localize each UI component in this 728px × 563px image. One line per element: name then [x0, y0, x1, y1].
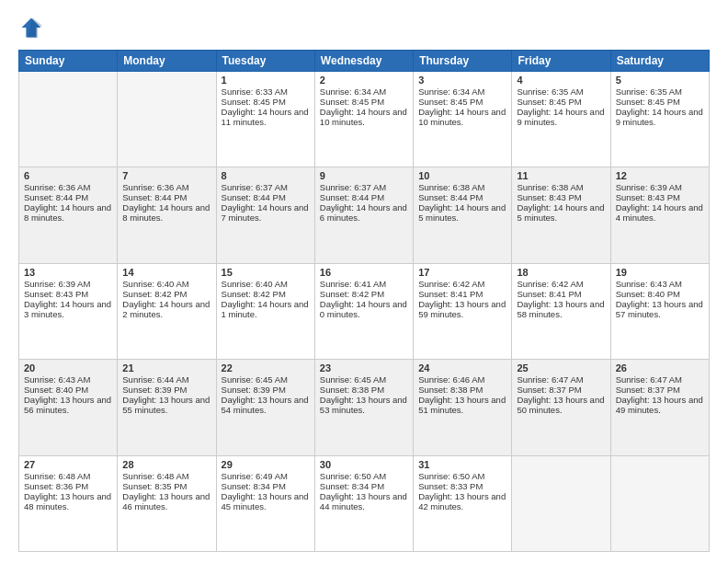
weekday-header-monday: Monday — [118, 51, 216, 72]
day-number: 19 — [616, 267, 704, 278]
day-number: 8 — [222, 170, 310, 181]
sunset-text: Sunset: 8:36 PM — [24, 481, 88, 491]
sunrise-text: Sunrise: 6:45 AM — [222, 374, 288, 385]
table-row: 21Sunrise: 6:44 AMSunset: 8:39 PMDayligh… — [118, 360, 216, 455]
sunrise-text: Sunrise: 6:44 AM — [122, 374, 188, 385]
weekday-header-sunday: Sunday — [19, 51, 118, 72]
sunset-text: Sunset: 8:44 PM — [418, 192, 483, 202]
sunrise-text: Sunrise: 6:48 AM — [122, 471, 188, 481]
table-row: 5Sunrise: 6:35 AMSunset: 8:45 PMDaylight… — [610, 72, 709, 167]
sunrise-text: Sunrise: 6:49 AM — [222, 471, 288, 481]
day-number: 30 — [320, 459, 408, 470]
weekday-header-thursday: Thursday — [414, 51, 512, 72]
day-number: 2 — [320, 75, 408, 86]
table-row: 23Sunrise: 6:45 AMSunset: 8:38 PMDayligh… — [314, 360, 413, 455]
table-row: 1Sunrise: 6:33 AMSunset: 8:45 PMDaylight… — [216, 72, 314, 167]
table-row: 28Sunrise: 6:48 AMSunset: 8:35 PMDayligh… — [118, 455, 216, 551]
day-number: 16 — [320, 267, 408, 278]
table-row — [512, 455, 610, 551]
day-number: 11 — [517, 170, 605, 181]
day-number: 15 — [222, 267, 310, 278]
sunrise-text: Sunrise: 6:48 AM — [24, 471, 90, 481]
day-number: 13 — [24, 267, 112, 278]
table-row — [610, 455, 709, 551]
sunset-text: Sunset: 8:44 PM — [122, 192, 187, 202]
table-row: 29Sunrise: 6:49 AMSunset: 8:34 PMDayligh… — [216, 455, 314, 551]
daylight-text: Daylight: 13 hours and 49 minutes. — [616, 395, 703, 415]
table-row: 14Sunrise: 6:40 AMSunset: 8:42 PMDayligh… — [118, 263, 216, 359]
sunrise-text: Sunrise: 6:45 AM — [320, 374, 386, 385]
sunrise-text: Sunrise: 6:46 AM — [418, 374, 484, 385]
sunset-text: Sunset: 8:43 PM — [24, 289, 88, 299]
sunset-text: Sunset: 8:41 PM — [418, 289, 483, 299]
day-number: 1 — [222, 75, 310, 86]
daylight-text: Daylight: 13 hours and 54 minutes. — [222, 395, 309, 415]
day-number: 10 — [418, 170, 506, 181]
calendar-table: SundayMondayTuesdayWednesdayThursdayFrid… — [18, 50, 710, 552]
table-row: 24Sunrise: 6:46 AMSunset: 8:38 PMDayligh… — [414, 360, 512, 455]
daylight-text: Daylight: 13 hours and 59 minutes. — [418, 299, 506, 319]
day-number: 31 — [418, 459, 506, 470]
sunrise-text: Sunrise: 6:42 AM — [418, 279, 484, 289]
table-row: 9Sunrise: 6:37 AMSunset: 8:44 PMDaylight… — [314, 167, 413, 263]
sunrise-text: Sunrise: 6:47 AM — [517, 374, 583, 385]
sunrise-text: Sunrise: 6:38 AM — [517, 182, 583, 192]
daylight-text: Daylight: 14 hours and 10 minutes. — [418, 107, 506, 127]
sunrise-text: Sunrise: 6:42 AM — [517, 279, 583, 289]
day-number: 12 — [616, 170, 704, 181]
sunrise-text: Sunrise: 6:35 AM — [517, 86, 583, 97]
daylight-text: Daylight: 13 hours and 42 minutes. — [418, 491, 506, 511]
table-row: 2Sunrise: 6:34 AMSunset: 8:45 PMDaylight… — [314, 72, 413, 167]
sunrise-text: Sunrise: 6:33 AM — [222, 86, 288, 97]
daylight-text: Daylight: 14 hours and 2 minutes. — [122, 299, 210, 319]
weekday-header-tuesday: Tuesday — [216, 51, 314, 72]
sunrise-text: Sunrise: 6:34 AM — [418, 86, 484, 97]
sunset-text: Sunset: 8:41 PM — [517, 289, 581, 299]
sunset-text: Sunset: 8:33 PM — [418, 481, 483, 491]
daylight-text: Daylight: 13 hours and 58 minutes. — [517, 299, 604, 319]
sunrise-text: Sunrise: 6:36 AM — [122, 182, 188, 192]
daylight-text: Daylight: 14 hours and 6 minutes. — [320, 202, 407, 223]
sunset-text: Sunset: 8:37 PM — [616, 385, 680, 395]
table-row: 7Sunrise: 6:36 AMSunset: 8:44 PMDaylight… — [118, 167, 216, 263]
daylight-text: Daylight: 13 hours and 45 minutes. — [222, 491, 309, 511]
weekday-header-friday: Friday — [512, 51, 610, 72]
day-number: 20 — [24, 362, 112, 373]
table-row: 26Sunrise: 6:47 AMSunset: 8:37 PMDayligh… — [610, 360, 709, 455]
sunset-text: Sunset: 8:37 PM — [517, 385, 581, 395]
sunset-text: Sunset: 8:44 PM — [222, 192, 286, 202]
sunrise-text: Sunrise: 6:50 AM — [320, 471, 386, 481]
sunset-text: Sunset: 8:45 PM — [222, 97, 286, 107]
daylight-text: Daylight: 14 hours and 9 minutes. — [616, 107, 703, 127]
day-number: 5 — [616, 75, 704, 86]
table-row: 6Sunrise: 6:36 AMSunset: 8:44 PMDaylight… — [19, 167, 118, 263]
sunset-text: Sunset: 8:42 PM — [122, 289, 187, 299]
day-number: 9 — [320, 170, 408, 181]
day-number: 17 — [418, 267, 506, 278]
logo — [18, 15, 48, 40]
table-row: 13Sunrise: 6:39 AMSunset: 8:43 PMDayligh… — [19, 263, 118, 359]
daylight-text: Daylight: 14 hours and 0 minutes. — [320, 299, 407, 319]
sunrise-text: Sunrise: 6:39 AM — [616, 182, 682, 192]
table-row: 10Sunrise: 6:38 AMSunset: 8:44 PMDayligh… — [414, 167, 512, 263]
sunset-text: Sunset: 8:43 PM — [616, 192, 680, 202]
sunset-text: Sunset: 8:39 PM — [222, 385, 286, 395]
table-row: 27Sunrise: 6:48 AMSunset: 8:36 PMDayligh… — [19, 455, 118, 551]
daylight-text: Daylight: 13 hours and 56 minutes. — [24, 395, 111, 415]
daylight-text: Daylight: 13 hours and 50 minutes. — [517, 395, 604, 415]
daylight-text: Daylight: 13 hours and 48 minutes. — [24, 491, 111, 511]
day-number: 3 — [418, 75, 506, 86]
sunrise-text: Sunrise: 6:43 AM — [24, 374, 90, 385]
sunset-text: Sunset: 8:45 PM — [418, 97, 483, 107]
day-number: 25 — [517, 362, 605, 373]
weekday-header-wednesday: Wednesday — [314, 51, 413, 72]
sunset-text: Sunset: 8:39 PM — [122, 385, 187, 395]
sunset-text: Sunset: 8:43 PM — [517, 192, 581, 202]
daylight-text: Daylight: 13 hours and 57 minutes. — [616, 299, 703, 319]
day-number: 6 — [24, 170, 112, 181]
day-number: 26 — [616, 362, 704, 373]
day-number: 24 — [418, 362, 506, 373]
daylight-text: Daylight: 14 hours and 9 minutes. — [517, 107, 604, 127]
sunrise-text: Sunrise: 6:50 AM — [418, 471, 484, 481]
table-row: 31Sunrise: 6:50 AMSunset: 8:33 PMDayligh… — [414, 455, 512, 551]
